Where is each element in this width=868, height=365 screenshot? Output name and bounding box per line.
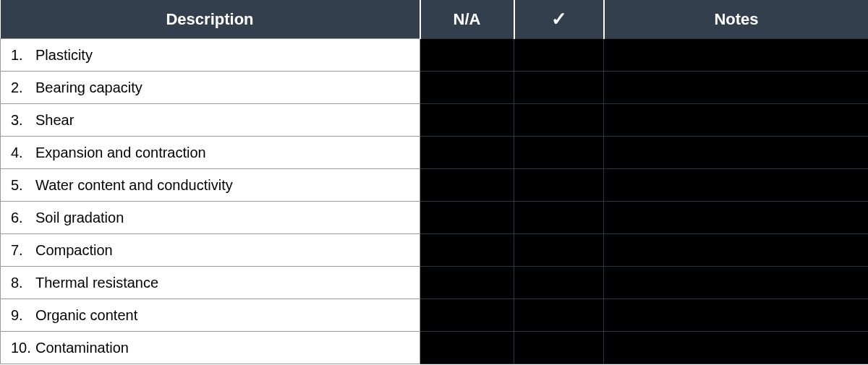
row-label: Bearing capacity <box>35 80 142 96</box>
table-row: 9. Organic content <box>1 299 869 332</box>
check-cell[interactable] <box>514 299 604 332</box>
check-cell[interactable] <box>514 234 604 267</box>
table-row: 8. Thermal resistance <box>1 267 869 299</box>
na-cell[interactable] <box>420 267 514 299</box>
na-cell[interactable] <box>420 299 514 332</box>
table-row: 5. Water content and conductivity <box>1 169 869 202</box>
notes-cell[interactable] <box>604 137 869 169</box>
notes-cell[interactable] <box>604 104 869 137</box>
row-label: Thermal resistance <box>35 275 158 291</box>
row-number: 2. <box>11 80 35 96</box>
header-check: ✓ <box>514 0 604 39</box>
row-label: Contamination <box>35 340 129 356</box>
header-notes: Notes <box>604 0 869 39</box>
notes-cell[interactable] <box>604 72 869 104</box>
row-label: Soil gradation <box>35 210 124 226</box>
table-row: 1. Plasticity <box>1 39 869 72</box>
header-description: Description <box>1 0 420 39</box>
notes-cell[interactable] <box>604 169 869 202</box>
check-cell[interactable] <box>514 202 604 234</box>
notes-cell[interactable] <box>604 267 869 299</box>
description-cell: 3. Shear <box>1 104 420 137</box>
check-cell[interactable] <box>514 169 604 202</box>
row-label: Shear <box>35 112 74 129</box>
description-cell: 1. Plasticity <box>1 39 420 72</box>
header-na: N/A <box>420 0 514 39</box>
row-label: Expansion and contraction <box>35 145 206 161</box>
row-number: 1. <box>11 47 35 64</box>
row-number: 6. <box>11 210 35 226</box>
na-cell[interactable] <box>420 234 514 267</box>
notes-cell[interactable] <box>604 234 869 267</box>
description-cell: 7. Compaction <box>1 234 420 267</box>
table-row: 10. Contamination <box>1 332 869 364</box>
check-cell[interactable] <box>514 104 604 137</box>
row-label: Compaction <box>35 242 113 259</box>
na-cell[interactable] <box>420 72 514 104</box>
description-cell: 6. Soil gradation <box>1 202 420 234</box>
check-cell[interactable] <box>514 72 604 104</box>
table-row: 3. Shear <box>1 104 869 137</box>
na-cell[interactable] <box>420 39 514 72</box>
row-number: 4. <box>11 145 35 161</box>
description-cell: 5. Water content and conductivity <box>1 169 420 202</box>
row-label: Organic content <box>35 307 137 324</box>
row-number: 8. <box>11 275 35 291</box>
check-icon: ✓ <box>551 8 567 30</box>
check-cell[interactable] <box>514 332 604 364</box>
notes-cell[interactable] <box>604 332 869 364</box>
description-cell: 9. Organic content <box>1 299 420 332</box>
checklist-table: Description N/A ✓ Notes 1. Plasticity 2.… <box>0 0 868 364</box>
na-cell[interactable] <box>420 332 514 364</box>
check-cell[interactable] <box>514 267 604 299</box>
table-row: 7. Compaction <box>1 234 869 267</box>
table-row: 2. Bearing capacity <box>1 72 869 104</box>
description-cell: 4. Expansion and contraction <box>1 137 420 169</box>
na-cell[interactable] <box>420 169 514 202</box>
check-cell[interactable] <box>514 137 604 169</box>
row-number: 7. <box>11 242 35 259</box>
table-header-row: Description N/A ✓ Notes <box>1 0 869 39</box>
table-row: 6. Soil gradation <box>1 202 869 234</box>
notes-cell[interactable] <box>604 39 869 72</box>
row-number: 10. <box>11 340 35 356</box>
table-row: 4. Expansion and contraction <box>1 137 869 169</box>
row-number: 9. <box>11 307 35 324</box>
description-cell: 10. Contamination <box>1 332 420 364</box>
row-label: Water content and conductivity <box>35 177 233 194</box>
na-cell[interactable] <box>420 104 514 137</box>
row-label: Plasticity <box>35 47 93 64</box>
description-cell: 8. Thermal resistance <box>1 267 420 299</box>
description-cell: 2. Bearing capacity <box>1 72 420 104</box>
table-body: 1. Plasticity 2. Bearing capacity <box>1 39 869 364</box>
na-cell[interactable] <box>420 137 514 169</box>
check-cell[interactable] <box>514 39 604 72</box>
row-number: 3. <box>11 112 35 129</box>
notes-cell[interactable] <box>604 299 869 332</box>
notes-cell[interactable] <box>604 202 869 234</box>
na-cell[interactable] <box>420 202 514 234</box>
row-number: 5. <box>11 177 35 194</box>
